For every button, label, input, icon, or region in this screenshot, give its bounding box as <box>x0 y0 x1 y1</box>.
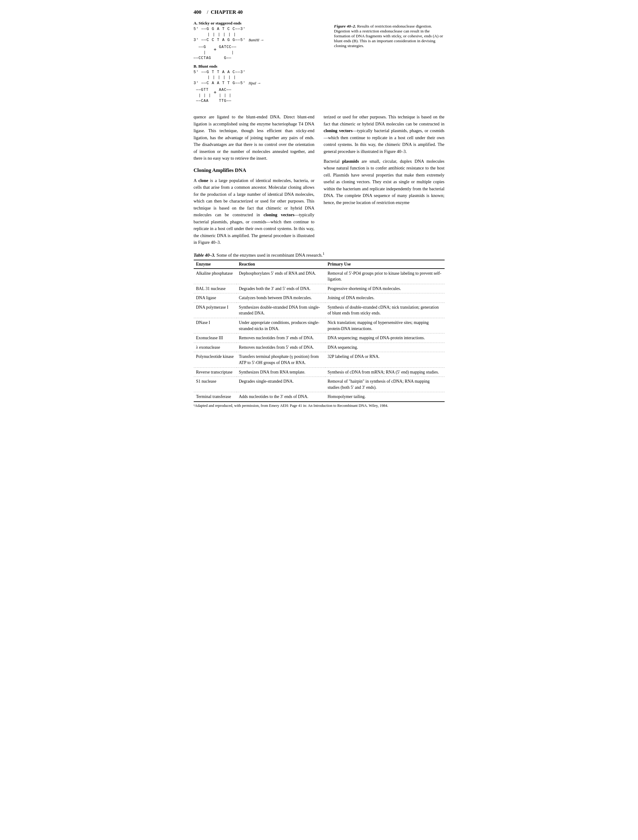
col-enzyme: Enzyme <box>194 260 237 268</box>
footnote-text: ¹Adapted and reproduced, with permission… <box>194 404 388 408</box>
cell-reaction: Catalyzes bonds between DNA molecules. <box>237 294 325 303</box>
cell-reaction: Removes nucleotides from 3′ ends of DNA. <box>237 333 325 343</box>
figure-label: Figure 40–2. <box>334 24 356 28</box>
cell-enzyme: Polynucleotide kinase <box>194 352 237 367</box>
figure-caption: Figure 40–2. Results of restriction endo… <box>334 21 445 107</box>
table-row: Polynucleotide kinaseTransfers terminal … <box>194 352 445 367</box>
table-row: BAL 31 nucleaseDegrades both the 3′ and … <box>194 284 445 294</box>
figure-section: A. Sticky or staggered ends 5' ——G G A T… <box>194 21 445 107</box>
table-row: Reverse transcriptaseSynthesizes DNA fro… <box>194 367 445 377</box>
table-title: Table 40–3. Some of the enzymes used in … <box>194 251 445 258</box>
right-column: terized or used for other purposes. This… <box>324 114 445 246</box>
cell-reaction: Degrades single-stranded DNA. <box>237 377 325 392</box>
cell-use: Homopolymer tailing. <box>325 392 445 402</box>
blunt-ends-diagram: 5' ——G T T A A C——3' | | | | | | 3' ——C … <box>194 70 328 104</box>
sticky-ends-block: A. Sticky or staggered ends 5' ——G G A T… <box>194 21 328 61</box>
table-footnote: ¹Adapted and reproduced, with permission… <box>194 404 445 408</box>
left-para-1: quence are ligated to the blunt-ended DN… <box>194 114 314 161</box>
cell-use: Synthesis of cDNA from mRNA; RNA (5′ end… <box>325 367 445 377</box>
cell-use: Removal of 5′-PO4 groups prior to kinase… <box>325 268 445 284</box>
cell-use: DNA sequencing. <box>325 343 445 352</box>
cell-enzyme: λ exonuclease <box>194 343 237 352</box>
blunt-ends-block: B. Blunt ends 5' ——G T T A A C——3' | | |… <box>194 64 328 104</box>
cell-enzyme: BAL 31 nuclease <box>194 284 237 294</box>
cell-enzyme: S1 nuclease <box>194 377 237 392</box>
right-para-1: terized or used for other purposes. This… <box>324 114 445 155</box>
table-row: DNA ligaseCatalyzes bonds between DNA mo… <box>194 294 445 303</box>
cell-enzyme: Reverse transcriptase <box>194 367 237 377</box>
cell-reaction: Transfers terminal phosphate (γ position… <box>237 352 325 367</box>
cell-reaction: Degrades both the 3′ and 5′ ends of DNA. <box>237 284 325 294</box>
table-title-bold: Table 40–3. <box>194 253 215 257</box>
enzymes-table: Enzyme Reaction Primary Use Alkaline pho… <box>194 260 445 402</box>
cell-enzyme: DNA polymerase I <box>194 303 237 318</box>
table-header: Enzyme Reaction Primary Use <box>194 260 445 268</box>
table-row: λ exonucleaseRemoves nucleotides from 5′… <box>194 343 445 352</box>
col-reaction: Reaction <box>237 260 325 268</box>
table-row: S1 nucleaseDegrades single-stranded DNA.… <box>194 377 445 392</box>
cell-enzyme: Alkaline phosphatase <box>194 268 237 284</box>
table-body: Alkaline phosphataseDephosphorylates 5′ … <box>194 268 445 402</box>
table-row: Alkaline phosphataseDephosphorylates 5′ … <box>194 268 445 284</box>
cell-enzyme: DNase I <box>194 318 237 333</box>
cell-reaction: Removes nucleotides from 5′ ends of DNA. <box>237 343 325 352</box>
cell-reaction: Synthesizes DNA from RNA template. <box>237 367 325 377</box>
cell-use: DNA sequencing; mapping of DNA-protein i… <box>325 333 445 343</box>
cell-use: 32P labeling of DNA or RNA. <box>325 352 445 367</box>
chapter-title: CHAPTER 40 <box>211 9 243 15</box>
table-section: Table 40–3. Some of the enzymes used in … <box>194 251 445 408</box>
table-row: DNase IUnder appropriate conditions, pro… <box>194 318 445 333</box>
left-column: quence are ligated to the blunt-ended DN… <box>194 114 314 246</box>
cell-reaction: Under appropriate conditions, produces s… <box>237 318 325 333</box>
table-row: Exonuclease IIIRemoves nucleotides from … <box>194 333 445 343</box>
cell-enzyme: Exonuclease III <box>194 333 237 343</box>
cell-use: Progressive shortening of DNA molecules. <box>325 284 445 294</box>
figure-diagram: A. Sticky or staggered ends 5' ——G G A T… <box>194 21 328 107</box>
right-para-2: Bacterial plasmids are small, circular, … <box>324 158 445 206</box>
left-para-2: A clone is a large population of identic… <box>194 177 314 246</box>
sticky-ends-diagram: 5' ——G G A T C C——3' | | | | | | 3' ——C … <box>194 27 328 61</box>
main-text: quence are ligated to the blunt-ended DN… <box>194 114 445 246</box>
cell-use: Synthesis of double-stranded cDNA; nick … <box>325 303 445 318</box>
sticky-ends-label: A. Sticky or staggered ends <box>194 21 328 26</box>
cell-reaction: Synthesizes double-stranded DNA from sin… <box>237 303 325 318</box>
cell-enzyme: DNA ligase <box>194 294 237 303</box>
table-footnote-ref: 1 <box>322 251 324 256</box>
cell-reaction: Dephosphorylates 5′ ends of RNA and DNA. <box>237 268 325 284</box>
page-number: 400 <box>194 9 202 15</box>
col-use: Primary Use <box>325 260 445 268</box>
cell-use: Joining of DNA molecules. <box>325 294 445 303</box>
header-divider: / <box>207 9 208 15</box>
cell-use: Nick translation; mapping of hypersensit… <box>325 318 445 333</box>
cell-reaction: Adds nucleotides to the 3′ ends of DNA. <box>237 392 325 402</box>
table-row: Terminal transferaseAdds nucleotides to … <box>194 392 445 402</box>
section-heading: Cloning Amplifies DNA <box>194 166 314 174</box>
blunt-ends-label: B. Blunt ends <box>194 64 328 69</box>
cell-use: Removal of "hairpin" in synthesis of cDN… <box>325 377 445 392</box>
cell-enzyme: Terminal transferase <box>194 392 237 402</box>
page-header: 400 / CHAPTER 40 <box>194 9 445 15</box>
table-title-text: Some of the enzymes used in recombinant … <box>215 253 323 257</box>
table-row: DNA polymerase ISynthesizes double-stran… <box>194 303 445 318</box>
